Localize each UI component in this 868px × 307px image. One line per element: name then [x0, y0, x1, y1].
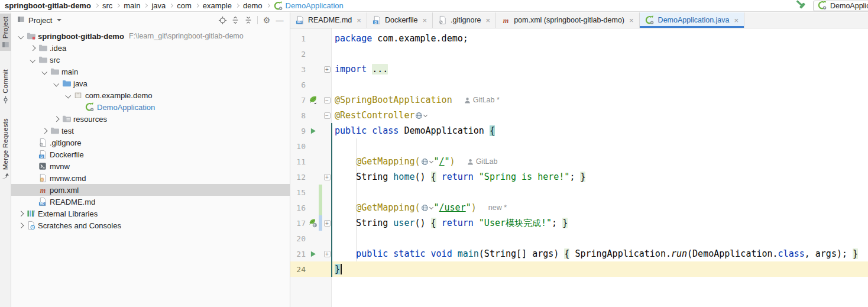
- code-line-8[interactable]: 8−@RestController: [290, 108, 868, 123]
- endpoint-globe-icon[interactable]: [421, 204, 433, 212]
- chevron-right-icon[interactable]: [16, 209, 25, 218]
- line-number[interactable]: 9: [290, 127, 307, 135]
- tree-item-external-libraries[interactable]: External Libraries: [11, 208, 290, 219]
- code-line-20[interactable]: 20: [290, 231, 868, 246]
- tool-window-button-commit[interactable]: Commit: [0, 66, 11, 106]
- breadcrumb-item[interactable]: DemoApplication: [274, 1, 344, 11]
- chevron-right-icon[interactable]: [16, 221, 25, 230]
- line-number[interactable]: 12: [290, 173, 307, 182]
- breadcrumb-item[interactable]: java: [151, 1, 166, 10]
- line-number[interactable]: 2: [290, 50, 307, 59]
- endpoint-globe-icon[interactable]: [415, 112, 427, 119]
- close-tab-icon[interactable]: ×: [734, 17, 739, 24]
- tree-item-mvnw-cmd[interactable]: ⚙mvnw.cmd: [11, 172, 290, 184]
- code-line-24[interactable]: 24}: [290, 261, 868, 277]
- code-line-15[interactable]: 15: [290, 185, 868, 200]
- code-line-10[interactable]: 10: [290, 138, 868, 154]
- gutter-spring-bean[interactable]: [307, 215, 319, 231]
- code-line-3[interactable]: 3+import ...: [290, 62, 868, 77]
- endpoint-globe-icon[interactable]: [421, 158, 433, 166]
- line-number[interactable]: 10: [290, 142, 307, 151]
- tree-item-springboot-gitlab-demo[interactable]: springboot-gitlab-demoF:\learn_git\sprin…: [11, 30, 290, 42]
- tree-item--gitignore[interactable]: .gitignore: [11, 137, 290, 148]
- hide-button[interactable]: —: [273, 14, 286, 26]
- tree-item-mvnw[interactable]: mvnw: [11, 160, 290, 172]
- line-number[interactable]: 7: [290, 96, 307, 105]
- editor-tab-readme-md[interactable]: MDREADME.md×: [290, 12, 367, 28]
- code-line-7[interactable]: 7−@SpringBootApplicationGitLab *: [290, 92, 868, 108]
- editor-tab-pom-xml-springboot-gitlab-demo-[interactable]: mpom.xml (springboot-gitlab-demo)×: [496, 12, 639, 28]
- chevron-down-icon[interactable]: [63, 91, 73, 100]
- fold-expand-icon[interactable]: +: [322, 62, 332, 77]
- tree-item-src[interactable]: src: [11, 54, 290, 66]
- fold-expand-icon[interactable]: +: [322, 169, 332, 185]
- tool-window-button-project[interactable]: Project: [0, 14, 11, 51]
- chevron-down-icon[interactable]: [51, 79, 61, 88]
- chevron-right-icon[interactable]: [28, 43, 37, 53]
- line-number[interactable]: 6: [290, 80, 307, 89]
- breadcrumb-item[interactable]: src: [102, 1, 112, 10]
- line-number[interactable]: 17: [290, 219, 307, 228]
- tree-item-scratches-and-consoles[interactable]: Scratches and Consoles: [11, 219, 290, 231]
- line-number[interactable]: 8: [290, 111, 307, 120]
- close-tab-icon[interactable]: ×: [629, 17, 634, 24]
- line-number[interactable]: 24: [290, 265, 307, 274]
- tree-item-java[interactable]: java: [11, 77, 290, 89]
- tool-window-button-merge-requests[interactable]: Merge Requests: [0, 115, 11, 182]
- code-line-12[interactable]: 12+ String home() { return "Spring is he…: [290, 169, 868, 185]
- chevron-down-icon[interactable]: [28, 55, 37, 64]
- line-number[interactable]: 3: [290, 65, 307, 74]
- tree-item-dockerfile[interactable]: DDockerfile: [11, 148, 290, 160]
- settings-button[interactable]: ⚙: [260, 14, 273, 26]
- breadcrumb-item[interactable]: com: [177, 1, 192, 10]
- breadcrumb-item[interactable]: demo: [243, 1, 263, 10]
- chevron-down-icon[interactable]: [57, 19, 61, 21]
- chevron-right-icon[interactable]: [40, 126, 49, 135]
- gutter-spring-leaf[interactable]: [307, 92, 319, 108]
- tree-item-readme-md[interactable]: MDREADME.md: [11, 196, 290, 208]
- code-line-6[interactable]: 6: [290, 77, 868, 92]
- tree-item-main[interactable]: main: [11, 66, 290, 77]
- collapse-all-button[interactable]: [242, 14, 255, 26]
- close-tab-icon[interactable]: ×: [357, 17, 361, 24]
- close-tab-icon[interactable]: ×: [423, 17, 427, 24]
- line-number[interactable]: 1: [290, 34, 307, 43]
- line-number[interactable]: 20: [290, 234, 307, 243]
- line-number[interactable]: 16: [290, 203, 307, 212]
- chevron-right-icon[interactable]: [51, 114, 61, 124]
- line-number[interactable]: 11: [290, 157, 307, 166]
- tree-item-pom-xml[interactable]: mpom.xml: [11, 184, 290, 196]
- line-number[interactable]: 21: [290, 250, 307, 258]
- fold-expand-icon[interactable]: +: [322, 215, 332, 231]
- code-line-1[interactable]: 1package com.example.demo;: [290, 31, 868, 46]
- code-line-9[interactable]: 9public class DemoApplication {: [290, 123, 868, 138]
- breadcrumb-item[interactable]: example: [203, 1, 232, 10]
- close-tab-icon[interactable]: ×: [486, 17, 491, 24]
- build-hammer-icon[interactable]: [796, 0, 807, 12]
- project-panel-title[interactable]: Project: [28, 16, 52, 25]
- breadcrumb-item[interactable]: springboot-gitlab-demo: [5, 1, 91, 10]
- tree-item-test[interactable]: test: [11, 125, 290, 137]
- line-number[interactable]: 15: [290, 188, 307, 197]
- breadcrumb-item[interactable]: main: [124, 1, 140, 10]
- code-line-17[interactable]: 17+ String user() { return "User模块完成!"; …: [290, 215, 868, 231]
- code-line-11[interactable]: 11 @GetMapping("/")GitLab: [290, 154, 868, 169]
- code-line-21[interactable]: 21+ public static void main(String[] arg…: [290, 246, 868, 261]
- chevron-down-icon[interactable]: [16, 31, 25, 41]
- tree-item-demoapplication[interactable]: DemoApplication: [11, 101, 290, 113]
- expand-all-button[interactable]: [229, 14, 242, 26]
- fold-collapse-icon[interactable]: −: [322, 92, 332, 108]
- fold-expand-icon[interactable]: +: [322, 246, 332, 261]
- locate-button[interactable]: [216, 14, 229, 26]
- gutter-run[interactable]: [307, 246, 319, 261]
- fold-collapse-icon[interactable]: −: [322, 108, 332, 123]
- run-configuration-select[interactable]: DemoApplication: [813, 1, 868, 11]
- gutter-run[interactable]: [307, 123, 319, 138]
- chevron-down-icon[interactable]: [40, 67, 49, 76]
- tree-item--idea[interactable]: .idea: [11, 42, 290, 54]
- editor-tab-demoapplication-java[interactable]: DemoApplication.java×: [640, 12, 745, 28]
- editor-tab--gitignore[interactable]: .gitignore×: [433, 12, 496, 28]
- editor-tab-dockerfile[interactable]: DDockerfile×: [367, 12, 433, 28]
- tree-item-com-example-demo[interactable]: com.example.demo: [11, 89, 290, 101]
- code-line-16[interactable]: 16 @GetMapping("/user")new *: [290, 200, 868, 215]
